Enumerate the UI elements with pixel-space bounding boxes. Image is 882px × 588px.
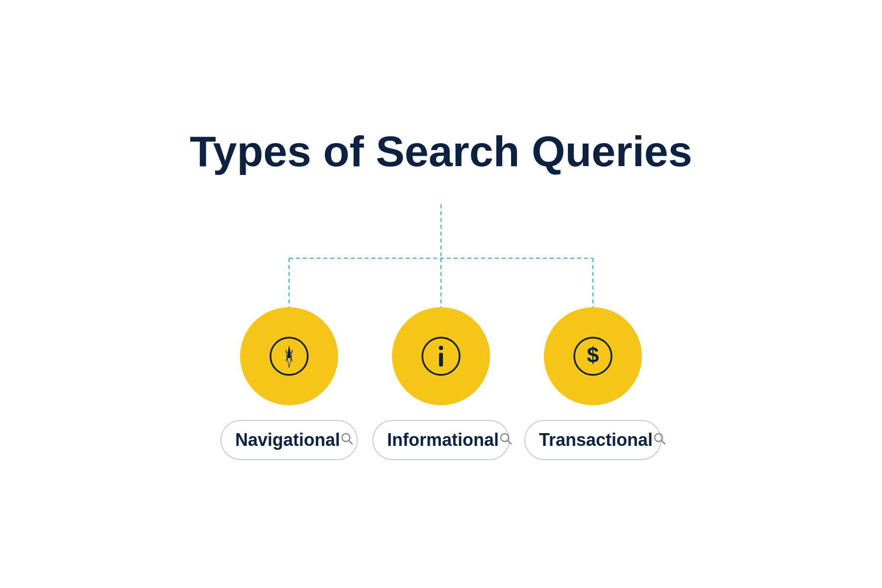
informational-node: Informational — [372, 307, 510, 460]
svg-line-10 — [349, 441, 353, 444]
tree-connector — [220, 204, 662, 312]
compass-icon — [267, 334, 311, 378]
navigational-label-pill: Navigational — [220, 420, 358, 460]
navigational-circle — [240, 307, 338, 405]
informational-search-icon — [499, 432, 513, 449]
svg-point-14 — [501, 434, 509, 441]
transactional-node: $ Transactional — [524, 307, 662, 460]
nodes-row: Navigational — [220, 307, 662, 460]
svg-point-9 — [342, 434, 350, 441]
svg-line-19 — [662, 441, 665, 444]
transactional-label: Transactional — [539, 430, 653, 450]
informational-label-pill: Informational — [372, 420, 510, 460]
main-container: Types of Search Queries — [98, 128, 784, 461]
svg-point-12 — [439, 346, 443, 350]
informational-label: Informational — [387, 430, 499, 450]
dollar-icon: $ — [571, 334, 615, 378]
page-title: Types of Search Queries — [190, 128, 692, 175]
transactional-search-icon — [653, 432, 666, 449]
info-icon — [419, 334, 463, 378]
svg-point-18 — [655, 434, 662, 441]
svg-rect-13 — [439, 353, 443, 367]
transactional-circle: $ — [544, 307, 642, 405]
navigational-label: Navigational — [235, 430, 340, 450]
svg-text:$: $ — [587, 343, 599, 367]
transactional-label-pill: Transactional — [524, 420, 662, 460]
navigational-node: Navigational — [220, 307, 358, 460]
navigational-search-icon — [340, 432, 354, 449]
svg-point-8 — [287, 354, 291, 358]
informational-circle — [392, 307, 490, 405]
diagram: Navigational — [98, 204, 784, 460]
svg-line-15 — [508, 441, 512, 444]
